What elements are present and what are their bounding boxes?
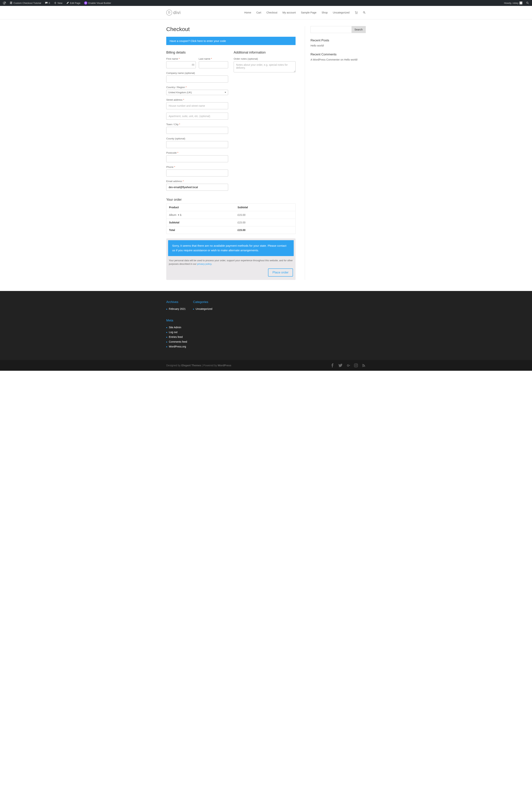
visual-builder-menu[interactable]: D Enable Visual Builder <box>83 0 113 6</box>
street-address-2-input[interactable] <box>166 113 228 120</box>
footer-credits: Designed by Elegant Themes | Powered by … <box>166 364 231 367</box>
edit-page-menu[interactable]: Edit Page <box>64 0 82 6</box>
instagram-icon[interactable] <box>354 363 358 367</box>
postcode-input[interactable] <box>166 155 228 162</box>
svg-rect-0 <box>192 64 194 66</box>
category-link[interactable]: Uncategorized <box>196 307 212 310</box>
plus-icon <box>54 1 57 4</box>
svg-rect-2 <box>354 364 358 367</box>
first-name-input[interactable] <box>166 61 196 68</box>
total-label: Total <box>167 226 235 234</box>
order-notes-input[interactable] <box>234 61 296 72</box>
archive-link[interactable]: February 2021 <box>169 307 186 310</box>
pencil-icon <box>66 1 69 4</box>
meta-comments-feed[interactable]: Comments feed <box>169 340 187 343</box>
primary-nav: Home Cart Checkout My account Sample Pag… <box>244 11 366 14</box>
archives-heading: Archives <box>166 300 186 304</box>
wordpress-link[interactable]: WordPress <box>218 364 231 367</box>
comments-menu[interactable]: 0 <box>43 0 52 6</box>
phone-input[interactable] <box>166 170 228 176</box>
comment-icon <box>45 1 48 4</box>
recent-comments-heading: Recent Comments <box>311 53 366 56</box>
street-address-1-input[interactable] <box>166 102 228 109</box>
recent-post-link[interactable]: Hello world! <box>311 44 324 47</box>
order-review-table: Product Subtotal Album × 1 £15.00 Subtot… <box>166 203 296 234</box>
sidebar-search-input[interactable] <box>311 26 351 33</box>
place-order-button[interactable]: Place order <box>268 269 293 277</box>
nav-home[interactable]: Home <box>244 11 251 14</box>
logo-icon: D <box>166 10 172 15</box>
nav-shop[interactable]: Shop <box>321 11 328 14</box>
avatar-icon <box>519 1 522 4</box>
meta-entries-feed[interactable]: Entries feed <box>169 335 183 338</box>
edit-label: Edit Page <box>70 2 80 4</box>
meta-site-admin[interactable]: Site Admin <box>169 326 181 329</box>
user-account-menu[interactable]: Howdy, robey <box>502 0 524 6</box>
item-qty: × 1 <box>178 214 182 216</box>
subtotal-value: £15.00 <box>235 219 296 226</box>
facebook-icon[interactable] <box>331 363 335 367</box>
wordpress-icon <box>3 1 6 4</box>
recent-posts-heading: Recent Posts <box>311 39 366 42</box>
additional-heading: Additional information <box>234 50 296 55</box>
site-header: D divi Home Cart Checkout My account Sam… <box>0 6 532 19</box>
order-notes-label: Order notes (optional) <box>234 57 296 60</box>
meta-logout[interactable]: Log out <box>169 331 177 334</box>
privacy-policy-link[interactable]: privacy policy <box>197 263 211 265</box>
country-value: United Kingdom (UK) <box>168 91 192 94</box>
last-name-label: Last name * <box>199 57 228 60</box>
coupon-toggle[interactable]: Have a coupon? Click here to enter your … <box>166 37 296 45</box>
nav-sample-page[interactable]: Sample Page <box>301 11 316 14</box>
elegant-themes-link[interactable]: Elegant Themes <box>182 364 201 367</box>
billing-heading: Billing details <box>166 50 228 55</box>
postcode-label: Postcode * <box>166 151 228 154</box>
google-plus-icon[interactable] <box>346 363 350 367</box>
rss-icon[interactable] <box>362 363 366 367</box>
nav-uncategorized[interactable]: Uncategorized <box>333 11 349 14</box>
logo-text: divi <box>173 10 181 15</box>
nav-search-icon[interactable] <box>363 11 366 14</box>
street-label: Street address * <box>166 98 228 101</box>
order-item-row: Album × 1 £15.00 <box>167 211 296 219</box>
site-logo[interactable]: D divi <box>166 10 181 15</box>
subtotal-label: Subtotal <box>167 219 235 226</box>
admin-search-toggle[interactable] <box>524 0 531 6</box>
email-input[interactable] <box>166 184 228 191</box>
company-input[interactable] <box>166 75 228 83</box>
item-name: Album <box>169 214 176 216</box>
town-input[interactable] <box>166 127 228 134</box>
new-content-menu[interactable]: New <box>52 0 64 6</box>
wp-admin-bar: Custom Checkout Tutorial 0 New Edit Page… <box>0 0 532 6</box>
first-name-label: First name * <box>166 57 196 60</box>
footer-widgets: Archives February 2021 Categories Uncate… <box>0 291 532 360</box>
county-input[interactable] <box>166 141 228 148</box>
site-title-text: Custom Checkout Tutorial <box>14 2 41 4</box>
comment-post-link[interactable]: Hello world! <box>344 58 358 61</box>
svg-point-3 <box>355 364 357 366</box>
dashboard-icon <box>10 1 13 4</box>
divi-logo-icon: D <box>84 1 87 5</box>
site-name-menu[interactable]: Custom Checkout Tutorial <box>8 0 43 6</box>
wp-logo-menu[interactable] <box>1 0 8 6</box>
meta-heading: Meta <box>166 319 212 322</box>
county-label: County (optional) <box>166 137 228 140</box>
sidebar-search-button[interactable]: Search <box>351 26 365 33</box>
country-label: Country / Region * <box>166 86 228 89</box>
nav-my-account[interactable]: My account <box>283 11 296 14</box>
nav-checkout[interactable]: Checkout <box>267 11 277 14</box>
new-label: New <box>58 2 62 4</box>
meta-wordpress-org[interactable]: WordPress.org <box>169 345 186 348</box>
howdy-text: Howdy, robey <box>504 2 518 4</box>
country-select[interactable]: United Kingdom (UK) <box>166 90 228 95</box>
cart-icon[interactable] <box>355 11 358 14</box>
product-header: Product <box>167 204 235 211</box>
email-label: Email address * <box>166 180 228 183</box>
payment-methods-notice: Sorry, it seems that there are no availa… <box>168 240 294 256</box>
privacy-policy-text: Your personal data will be used to proce… <box>168 256 294 268</box>
commenter-link[interactable]: A WordPress Commenter <box>311 58 340 61</box>
last-name-input[interactable] <box>199 61 228 68</box>
phone-label: Phone * <box>166 165 228 169</box>
page-title: Checkout <box>166 26 296 32</box>
twitter-icon[interactable] <box>339 363 343 367</box>
nav-cart[interactable]: Cart <box>256 11 261 14</box>
